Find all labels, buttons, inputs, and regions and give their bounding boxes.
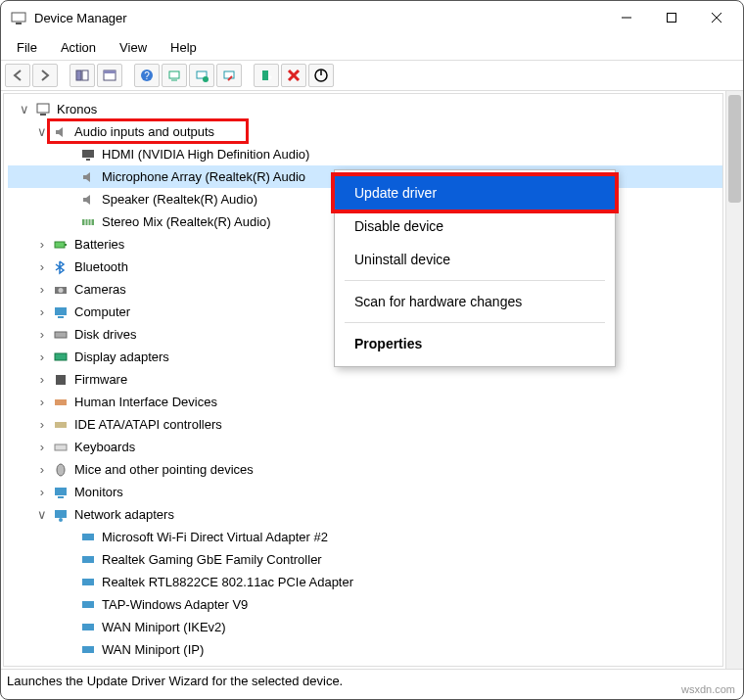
chevron-right-icon[interactable]: › [33,485,51,499]
tree-label: Speaker (Realtek(R) Audio) [98,192,257,207]
vertical-scrollbar[interactable] [725,91,743,669]
tree-item-wan-ipv6[interactable]: WAN Miniport (IPv6) [8,661,722,667]
chevron-down-icon[interactable]: ∨ [33,507,51,522]
tree-label: Cameras [70,282,126,297]
tree-item-realtek-wifi[interactable]: Realtek RTL8822CE 802.11ac PCIe Adapter [8,571,722,593]
forward-button[interactable] [32,64,58,87]
tree-item-wan-ikev2[interactable]: WAN Miniport (IKEv2) [8,616,722,638]
chevron-right-icon[interactable]: › [33,327,51,342]
svg-rect-29 [65,244,67,246]
tree-category-mice[interactable]: ›Mice and other pointing devices [8,458,722,481]
svg-rect-1 [16,23,22,24]
tree-category-hid[interactable]: ›Human Interface Devices [8,391,722,413]
chevron-down-icon[interactable]: ∨ [16,102,33,117]
svg-rect-3 [668,14,676,23]
tree-category-ide[interactable]: ›IDE ATA/ATAPI controllers [8,413,722,436]
tree-label: Keyboards [70,440,135,454]
tree-label: HDMI (NVIDIA High Definition Audio) [98,147,309,162]
add-device-button[interactable] [254,64,279,87]
scan-hardware-button[interactable] [162,64,187,87]
ctx-update-driver[interactable]: Update driver [335,176,615,210]
hid-icon [51,394,70,411]
svg-rect-22 [82,150,94,158]
show-hide-tree-button[interactable] [70,64,95,87]
update-driver-highlight: Update driver [331,172,619,213]
chevron-right-icon[interactable]: › [33,417,51,432]
chevron-right-icon[interactable]: › [33,462,51,477]
svg-rect-46 [82,556,94,563]
svg-rect-20 [37,104,49,113]
tree-label: Realtek Gaming GbE Family Controller [98,552,322,567]
menu-action[interactable]: Action [51,38,106,57]
disk-icon [51,326,70,344]
tree-category-keyboards[interactable]: ›Keyboards [8,436,722,458]
tree-label: Mice and other pointing devices [70,462,254,477]
uninstall-button[interactable] [281,64,306,87]
svg-rect-12 [169,71,179,78]
back-button[interactable] [5,64,30,87]
svg-rect-0 [12,13,25,22]
chevron-right-icon[interactable]: › [33,350,51,364]
battery-icon [51,236,70,254]
tree-label: Realtek RTL8822CE 802.11ac PCIe Adapter [98,575,353,589]
svg-rect-15 [224,71,234,78]
speaker-icon [78,168,98,186]
speaker-icon [51,123,70,141]
chevron-right-icon[interactable]: › [33,304,51,319]
help-button[interactable]: ? [134,64,160,87]
nic-icon [78,664,98,668]
ctx-disable-device[interactable]: Disable device [335,210,615,243]
chevron-right-icon[interactable]: › [33,395,51,409]
tree-item-realtek-gbe[interactable]: Realtek Gaming GbE Family Controller [8,548,722,571]
svg-rect-49 [82,624,94,630]
tree-item-tap[interactable]: TAP-Windows Adapter V9 [8,593,722,616]
tree-root[interactable]: ∨ Kronos [8,98,722,120]
nic-icon [78,641,98,659]
maximize-button[interactable] [649,3,694,32]
tree-label: WAN Miniport (IPv6) [98,665,217,667]
tree-label: Display adapters [70,350,169,364]
tree-item-wifi-direct[interactable]: Microsoft Wi-Fi Direct Virtual Adapter #… [8,526,722,548]
tree-item-hdmi[interactable]: HDMI (NVIDIA High Definition Audio) [8,143,722,165]
svg-rect-38 [55,422,67,428]
tree-category-audio[interactable]: ∨ Audio inputs and outputs [8,120,722,143]
ctx-scan-hardware[interactable]: Scan for hardware changes [335,285,615,318]
ctx-uninstall-device[interactable]: Uninstall device [335,243,615,276]
chevron-down-icon[interactable]: ∨ [33,124,51,139]
tree-label: Kronos [53,102,97,117]
close-button[interactable] [694,3,739,32]
svg-rect-16 [262,70,268,80]
svg-point-40 [57,464,65,476]
svg-rect-47 [82,579,94,585]
status-text: Launches the Update Driver Wizard for th… [7,674,343,688]
chevron-right-icon[interactable]: › [33,237,51,252]
chevron-right-icon[interactable]: › [33,259,51,274]
svg-line-4 [712,13,721,23]
tree-label: WAN Miniport (IKEv2) [98,620,226,634]
tree-item-wan-ip[interactable]: WAN Miniport (IP) [8,638,722,661]
chevron-right-icon[interactable]: › [33,282,51,297]
svg-rect-21 [40,114,46,116]
display-icon [78,146,98,163]
watermark: wsxdn.com [681,683,735,695]
chevron-right-icon[interactable]: › [33,372,51,387]
keyboard-icon [51,439,70,456]
ctx-properties[interactable]: Properties [335,327,615,360]
menu-view[interactable]: View [110,38,157,57]
menu-file[interactable]: File [7,38,47,57]
minimize-button[interactable] [604,3,649,32]
tree-category-monitors[interactable]: ›Monitors [8,481,722,503]
update-driver-button[interactable] [189,64,214,87]
tree-label: Stereo Mix (Realtek(R) Audio) [98,214,271,229]
properties-toolbar-button[interactable] [97,64,122,87]
enable-device-button[interactable] [308,64,334,87]
app-icon [11,10,26,25]
disable-device-button[interactable] [216,64,242,87]
tree-category-network[interactable]: ∨Network adapters [8,503,722,526]
scrollbar-thumb[interactable] [728,95,741,203]
tree-category-firmware[interactable]: ›Firmware [8,368,722,391]
nic-icon [78,619,98,636]
chevron-right-icon[interactable]: › [33,440,51,454]
svg-rect-37 [55,399,67,405]
menu-help[interactable]: Help [161,38,207,57]
